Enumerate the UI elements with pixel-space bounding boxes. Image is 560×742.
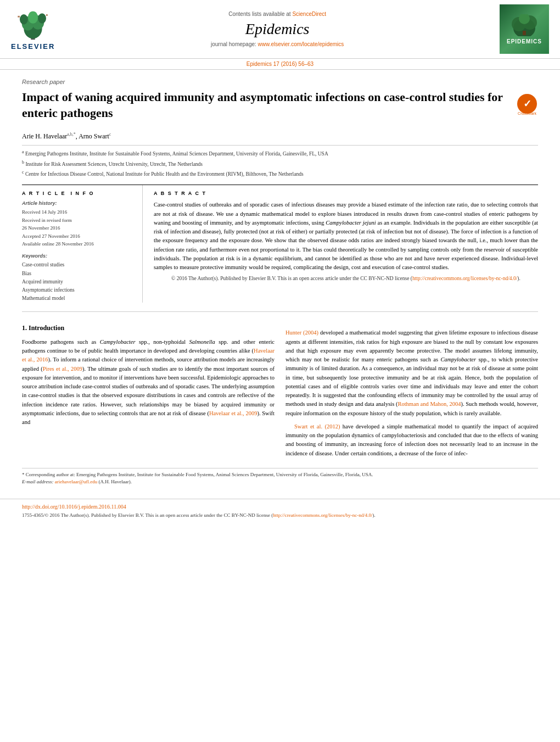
abstract-column: A B S T R A C T Case-control studies of … <box>154 185 538 303</box>
ref-hunter-2004[interactable]: Hunter (2004) <box>285 330 318 336</box>
journal-center-header: Contents lists available at ScienceDirec… <box>55 11 500 47</box>
intro-paragraph-3: Swart et al. (2012) have developed a sim… <box>285 422 538 458</box>
footer-license-link[interactable]: http://creativecommons.org/licenses/by-n… <box>273 512 372 518</box>
body-two-col: 1. Introduction Foodborne pathogens such… <box>22 317 538 462</box>
affiliation-c: c Centre for Infectious Disease Control,… <box>22 169 538 178</box>
volume-info: Epidemics 17 (2016) 56–63 <box>0 59 560 70</box>
keyword-3: Acquired immunity <box>22 278 134 286</box>
affiliation-a: a Emerging Pathogens Institute, Institut… <box>22 149 538 158</box>
body-section: 1. Introduction Foodborne pathogens such… <box>22 311 538 462</box>
ref-rothman[interactable]: Rothman and Mahon, 2004 <box>397 401 461 407</box>
svg-point-5 <box>20 14 28 24</box>
svg-rect-8 <box>46 14 48 16</box>
ref-pires-2009[interactable]: Pires et al., 2009 <box>43 366 82 372</box>
journal-header: ELSEVIER Contents lists available at Sci… <box>0 0 560 59</box>
author-email-link[interactable]: ariehavelaar@ufl.edu <box>55 479 98 484</box>
author2-name: , Arno Swart <box>76 132 109 140</box>
email-note: E-mail address: ariehavelaar@ufl.edu (A.… <box>22 479 538 484</box>
elsevier-logo: ELSEVIER <box>11 8 55 51</box>
journal-title: Epidemics <box>66 20 489 38</box>
keywords-label: Keywords: <box>22 253 134 259</box>
svg-point-6 <box>38 13 46 23</box>
svg-text:CrossMark: CrossMark <box>518 111 536 115</box>
doi-link-line: http://dx.doi.org/10.1016/j.epidem.2016.… <box>22 504 538 510</box>
corresponding-author-note: * Corresponding author at: Emerging Path… <box>22 472 538 477</box>
ref-havelaar-2009[interactable]: Havelaar et al., 2009 <box>209 410 257 416</box>
introduction-heading: 1. Introduction <box>22 323 275 333</box>
intro-paragraph-1: Foodborne pathogens such as Campylobacte… <box>22 338 275 427</box>
keyword-1: Case-control studies <box>22 261 134 269</box>
abstract-text: Case-control studies of outbreaks and of… <box>154 200 538 272</box>
ref-havelaar-2016[interactable]: Havelaar et al., 2016 <box>22 348 275 362</box>
page-footer: http://dx.doi.org/10.1016/j.epidem.2016.… <box>0 499 560 524</box>
elsevier-tree-icon <box>11 8 55 41</box>
journal-homepage-link[interactable]: www.elsevier.com/locate/epidemics <box>258 41 344 47</box>
footnotes-section: * Corresponding author at: Emerging Path… <box>22 468 538 484</box>
page: ELSEVIER Contents lists available at Sci… <box>0 0 560 524</box>
crossmark-icon: ✓ CrossMark <box>516 92 538 116</box>
keyword-2: Bias <box>22 270 134 278</box>
journal-homepage-line: journal homepage: www.elsevier.com/locat… <box>66 41 489 47</box>
svg-rect-7 <box>18 15 20 17</box>
sciencedirect-link[interactable]: ScienceDirect <box>292 11 326 17</box>
article-info-heading: A R T I C L E I N F O <box>22 191 134 196</box>
keyword-5: Mathematical model <box>22 294 134 303</box>
license-link[interactable]: http://creativecommons.org/licenses/by-n… <box>412 276 517 281</box>
journal-cover-image: EPIDEMICS <box>500 4 549 54</box>
svg-rect-13 <box>523 31 526 35</box>
cover-tree-icon <box>508 14 541 36</box>
cover-title-text: EPIDEMICS <box>507 38 542 44</box>
author1-name: Arie H. Havelaar <box>22 132 67 140</box>
accepted-date: Accepted 27 November 2016 <box>22 232 134 240</box>
sciencedirect-line: Contents lists available at ScienceDirec… <box>66 11 489 17</box>
affiliation-b: b Institute for Risk Assessment Sciences… <box>22 159 538 168</box>
history-label: Article history: <box>22 200 134 206</box>
revised-date: 26 November 2016 <box>22 224 134 232</box>
article-dates: Received 14 July 2016 Received in revise… <box>22 208 134 248</box>
abstract-heading: A B S T R A C T <box>154 191 538 196</box>
abstract-license: © 2016 The Author(s). Published by Elsev… <box>154 276 538 281</box>
elsevier-brand-text: ELSEVIER <box>11 42 55 51</box>
main-content: Research paper Impact of waning acquired… <box>0 70 560 493</box>
ref-swart-2012[interactable]: Swart et al. (2012) <box>294 423 340 429</box>
received-date: Received 14 July 2016 <box>22 208 134 216</box>
keyword-4: Asymptomatic infections <box>22 286 134 294</box>
author1-sup: a,b,* <box>67 132 76 137</box>
body-left-col: 1. Introduction Foodborne pathogens such… <box>22 317 275 462</box>
svg-point-4 <box>28 11 38 23</box>
crossmark-badge: ✓ CrossMark <box>516 92 538 118</box>
paper-title: Impact of waning acquired immunity and a… <box>22 90 509 121</box>
affiliations-section: a Emerging Pathogens Institute, Institut… <box>22 145 538 178</box>
article-info-column: A R T I C L E I N F O Article history: R… <box>22 185 143 303</box>
revised-label: Received in revised form <box>22 216 134 224</box>
svg-text:✓: ✓ <box>523 98 531 109</box>
body-right-col: Hunter (2004) developed a mathematical m… <box>285 317 538 462</box>
footer-license-text: 1755-4365/© 2016 The Author(s). Publishe… <box>22 512 538 520</box>
article-type-label: Research paper <box>22 79 538 85</box>
article-info-abstract-section: A R T I C L E I N F O Article history: R… <box>22 185 538 303</box>
doi-link[interactable]: http://dx.doi.org/10.1016/j.epidem.2016.… <box>22 504 126 510</box>
author2-sup: c <box>109 132 111 137</box>
keywords-section: Keywords: Case-control studies Bias Acqu… <box>22 253 134 303</box>
authors-line: Arie H. Havelaara,b,*, Arno Swartc <box>22 132 538 141</box>
intro-paragraph-2: Hunter (2004) developed a mathematical m… <box>285 328 538 418</box>
online-date: Available online 28 November 2016 <box>22 240 134 248</box>
